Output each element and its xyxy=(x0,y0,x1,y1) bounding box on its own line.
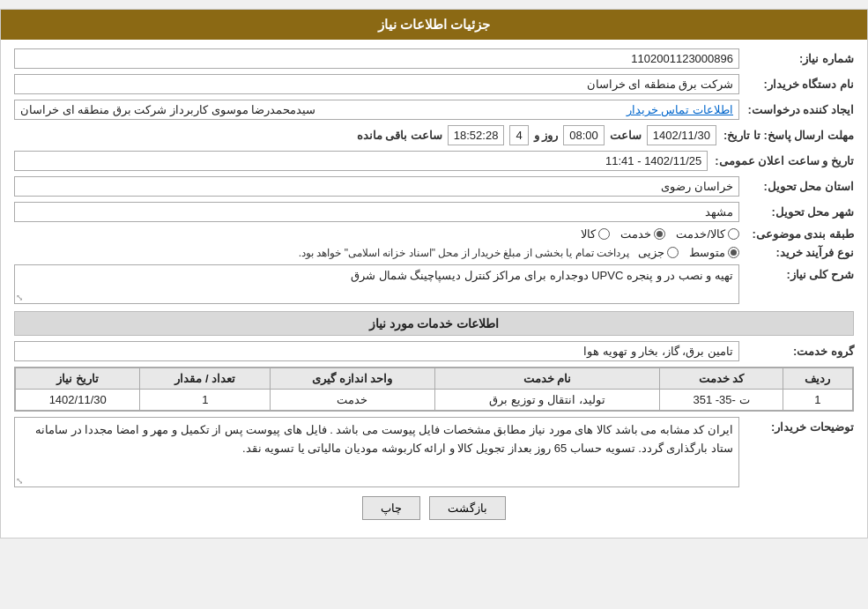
nam-dastgah-label: نام دستگاه خریدار: xyxy=(739,78,854,91)
row-touzih: توضیحات خریدار: ایران کد مشابه می باشد ک… xyxy=(14,417,854,487)
noe-farayand-radio-group: متوسط جزیی xyxy=(638,246,739,259)
services-table: ردیف کد خدمت نام خدمت واحد اندازه گیری ت… xyxy=(15,368,853,411)
row-ijad-konande: ایجاد کننده درخواست: اطلاعات تماس خریدار… xyxy=(14,100,854,120)
mohlat-date-row: 1402/11/30 ساعت 08:00 روز و 4 18:52:28 س… xyxy=(14,125,716,145)
ostan-label: استان محل تحویل: xyxy=(739,180,854,193)
ostan-value: خراسان رضوی xyxy=(14,176,739,197)
ijad-konande-link[interactable]: اطلاعات تماس خریدار xyxy=(627,103,733,116)
resize-icon: ⤡ xyxy=(16,293,23,302)
radio-kala-circle xyxy=(598,228,610,240)
ijad-konande-label: ایجاد کننده درخواست: xyxy=(739,103,854,116)
page-container: جزئیات اطلاعات نیاز شماره نیاز: 11020011… xyxy=(0,9,868,538)
cell-vahed: خدمت xyxy=(271,390,434,411)
radio-jozi: جزیی xyxy=(638,246,679,259)
radio-motavasset-label: متوسط xyxy=(689,246,725,259)
row-shahr: شهر محل تحویل: مشهد xyxy=(14,202,854,222)
cell-tedad: 1 xyxy=(140,390,271,411)
col-kod: کد خدمت xyxy=(660,368,783,390)
tarikh-elan-value: 1402/11/25 - 11:41 xyxy=(14,151,708,171)
noe-farayand-container: متوسط جزیی پرداخت تمام یا بخشی از مبلغ خ… xyxy=(14,246,739,259)
radio-kala-khadamat: کالا/خدمت xyxy=(676,227,739,241)
tabaqe-label: طبقه بندی موضوعی: xyxy=(739,227,854,241)
touzih-label: توضیحات خریدار: xyxy=(739,417,854,434)
mohlat-date-value: 1402/11/30 xyxy=(647,125,716,145)
table-header-row: ردیف کد خدمت نام خدمت واحد اندازه گیری ت… xyxy=(16,368,853,390)
mohlat-roz-value: 4 xyxy=(509,125,528,145)
col-vahed: واحد اندازه گیری xyxy=(271,368,434,390)
sharh-koli-value: تهیه و نصب در و پنجره UPVC دوجداره برای … xyxy=(14,264,739,304)
buttons-row: بازگشت چاپ xyxy=(14,496,854,520)
radio-khadamat-label: خدمت xyxy=(620,227,651,241)
noe-farayand-desc: پرداخت تمام یا بخشی از مبلغ خریدار از مح… xyxy=(299,247,629,259)
radio-kala-label: کالا xyxy=(581,227,596,241)
row-sharh-koli: شرح کلی نیاز: تهیه و نصب در و پنجره UPVC… xyxy=(14,264,854,304)
mohlat-time-label: ساعت xyxy=(610,129,642,142)
back-button[interactable]: بازگشت xyxy=(429,496,506,520)
row-tarikh-elan: تاریخ و ساعت اعلان عمومی: 1402/11/25 - 1… xyxy=(14,151,854,171)
row-ostan: استان محل تحویل: خراسان رضوی xyxy=(14,176,854,197)
row-mohlat: مهلت ارسال پاسخ: تا تاریخ: 1402/11/30 سا… xyxy=(14,125,854,145)
row-tabaqe: طبقه بندی موضوعی: کالا/خدمت خدمت کالا xyxy=(14,227,854,241)
ijad-konande-value: سیدمحمدرضا موسوی کاربرداز شرکت برق منطقه… xyxy=(20,103,315,116)
content-area: شماره نیاز: 1102001123000896 نام دستگاه … xyxy=(1,40,867,538)
col-tedad: تعداد / مقدار xyxy=(140,368,271,390)
cell-kodKhadamat: ت -35- 351 xyxy=(660,390,783,411)
cell-tarikh: 1402/11/30 xyxy=(16,390,140,411)
page-header: جزئیات اطلاعات نیاز xyxy=(1,10,867,40)
shahr-value: مشهد xyxy=(14,202,739,222)
row-noe-farayand: نوع فرآیند خرید: متوسط جزیی پرداخت تمام … xyxy=(14,246,854,259)
mohlat-mande-value: 18:52:28 xyxy=(448,125,505,145)
radio-motavasset-circle xyxy=(728,247,739,258)
services-table-container: ردیف کد خدمت نام خدمت واحد اندازه گیری ت… xyxy=(14,367,854,412)
resize-icon2: ⤡ xyxy=(16,476,23,486)
table-row: 1ت -35- 351تولید، انتقال و توزیع برقخدمت… xyxy=(16,390,853,411)
row-groupe-khadamat: گروه خدمت: تامین برق، گاز، بخار و تهویه … xyxy=(14,341,854,361)
sharh-koli-wrapper: تهیه و نصب در و پنجره UPVC دوجداره برای … xyxy=(14,264,739,304)
col-tarikh: تاریخ نیاز xyxy=(16,368,140,390)
khadamat-section-title: اطلاعات خدمات مورد نیاز xyxy=(14,311,854,336)
row-nam-dastgah: نام دستگاه خریدار: شرکت برق منطقه ای خرا… xyxy=(14,74,854,94)
print-button[interactable]: چاپ xyxy=(362,496,420,520)
touzih-value: ایران کد مشابه می باشد کالا های مورد نیا… xyxy=(14,417,739,487)
groupe-khadamat-label: گروه خدمت: xyxy=(739,345,854,358)
ijad-konande-box: اطلاعات تماس خریدار سیدمحمدرضا موسوی کار… xyxy=(14,100,739,120)
radio-khadamat-circle xyxy=(654,228,665,240)
radio-jozi-circle xyxy=(667,247,679,258)
radio-motavasset: متوسط xyxy=(689,246,739,259)
radio-jozi-label: جزیی xyxy=(638,246,664,259)
row-shomare-niaz: شماره نیاز: 1102001123000896 xyxy=(14,48,854,69)
page-title: جزئیات اطلاعات نیاز xyxy=(378,17,490,32)
shahr-label: شهر محل تحویل: xyxy=(739,205,854,219)
mohlat-mande-label: ساعت باقی مانده xyxy=(357,129,442,142)
tarikh-elan-label: تاریخ و ساعت اعلان عمومی: xyxy=(708,154,854,167)
shomare-niaz-label: شماره نیاز: xyxy=(739,52,854,65)
col-nam: نام خدمت xyxy=(434,368,660,390)
mohlat-roz-label: روز و xyxy=(534,129,559,142)
mohlat-label: مهلت ارسال پاسخ: تا تاریخ: xyxy=(716,129,854,142)
groupe-khadamat-value: تامین برق، گاز، بخار و تهویه هوا xyxy=(14,341,739,361)
radio-khadamat: خدمت xyxy=(620,227,665,241)
cell-radif: 1 xyxy=(783,390,852,411)
tabaqe-radio-group: کالا/خدمت خدمت کالا xyxy=(581,227,739,241)
radio-kala-khadamat-label: کالا/خدمت xyxy=(676,227,725,241)
radio-kala-khadamat-circle xyxy=(728,228,739,240)
cell-namKhadamat: تولید، انتقال و توزیع برق xyxy=(434,390,660,411)
noe-farayand-label: نوع فرآیند خرید: xyxy=(739,246,854,259)
sharh-koli-label: شرح کلی نیاز: xyxy=(739,264,854,281)
col-radif: ردیف xyxy=(783,368,852,390)
touzih-wrapper: ایران کد مشابه می باشد کالا های مورد نیا… xyxy=(14,417,739,487)
mohlat-time-value: 08:00 xyxy=(563,125,605,145)
nam-dastgah-value: شرکت برق منطقه ای خراسان xyxy=(14,74,739,94)
radio-kala: کالا xyxy=(581,227,610,241)
shomare-niaz-value: 1102001123000896 xyxy=(14,48,739,69)
